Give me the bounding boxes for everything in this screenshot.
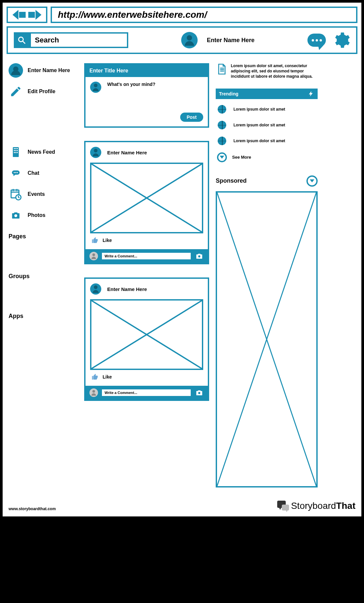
back-arrow-icon[interactable] — [12, 10, 26, 20]
avatar-icon — [9, 63, 23, 78]
sponsored-label: Sponsored — [216, 177, 247, 184]
brand-logo: StoryboardThat — [277, 501, 355, 511]
svg-rect-7 — [15, 150, 16, 151]
camera-icon[interactable] — [195, 252, 204, 260]
thumbs-up-icon — [91, 373, 99, 380]
comment-avatar-icon — [89, 252, 98, 260]
messages-icon[interactable] — [307, 34, 326, 47]
like-button[interactable]: Like — [90, 233, 203, 247]
nav-label: News Feed — [28, 149, 55, 155]
nav-arrows — [7, 7, 47, 23]
url-bar[interactable]: http://www.enterwebsitehere.com/ — [51, 7, 357, 23]
see-more-label: See More — [232, 155, 251, 160]
svg-point-24 — [14, 214, 17, 217]
svg-point-14 — [14, 172, 15, 173]
camera-icon — [9, 208, 23, 223]
svg-point-15 — [15, 172, 16, 173]
comment-bar: Write a Comment... — [85, 386, 208, 400]
calendar-clock-icon — [9, 187, 23, 201]
svg-point-0 — [19, 37, 23, 42]
sidebar-section-apps[interactable]: Apps — [9, 313, 78, 320]
post-author-name: Enter Name Here — [107, 286, 147, 292]
caret-down-icon — [217, 152, 227, 162]
nav-label: Photos — [28, 212, 45, 218]
like-button[interactable]: Like — [90, 370, 203, 384]
comment-input[interactable]: Write a Comment... — [102, 389, 191, 396]
thumbs-up-icon — [91, 237, 99, 244]
settings-gear-icon[interactable] — [332, 31, 350, 49]
globe-icon — [218, 137, 226, 145]
svg-rect-4 — [15, 148, 16, 149]
header-bar: Search Enter Name Here — [7, 26, 357, 54]
trending-header: Trending — [216, 89, 318, 99]
news-text: Lorem ipsum dolor sit amet, consectetur … — [231, 63, 318, 79]
sponsored-image-placeholder — [216, 191, 318, 487]
header-avatar-icon[interactable] — [181, 32, 198, 48]
sidebar-profile-name: Enter Name Here — [28, 67, 70, 73]
svg-rect-3 — [14, 148, 15, 149]
comment-avatar-icon — [89, 388, 98, 397]
header-username: Enter Name Here — [207, 37, 255, 44]
pencil-icon — [9, 84, 23, 99]
svg-rect-10 — [15, 152, 16, 153]
svg-line-23 — [18, 197, 19, 198]
trend-text: Lorem ipsum dolor sit amet — [233, 123, 285, 127]
comment-bar: Write a Comment... — [85, 249, 208, 263]
forward-arrow-icon[interactable] — [28, 10, 41, 20]
like-label: Like — [103, 374, 112, 380]
avatar-icon — [90, 147, 101, 158]
compose-prompt[interactable]: What's on your mind? — [107, 82, 155, 87]
comment-input[interactable]: Write a Comment... — [102, 253, 191, 259]
right-sidebar: Lorem ipsum dolor sit amet, consectetur … — [216, 63, 318, 487]
feed-column: Enter Title Here What's on your mind? Po… — [84, 63, 209, 487]
sidebar-item-newsfeed[interactable]: News Feed — [9, 145, 78, 159]
globe-icon — [218, 105, 226, 114]
svg-point-27 — [198, 255, 200, 257]
compose-avatar-icon — [90, 82, 101, 93]
chat-dots-icon — [9, 166, 23, 180]
trend-text: Lorem ipsum dolor sit amet — [233, 107, 285, 112]
browser-frame: http://www.enterwebsitehere.com/ Search … — [0, 0, 364, 519]
post-author-row[interactable]: Enter Name Here — [90, 283, 203, 295]
sidebar-item-photos[interactable]: Photos — [9, 208, 78, 223]
svg-point-30 — [198, 392, 200, 394]
post-button[interactable]: Post — [180, 113, 203, 122]
speech-bubbles-icon — [277, 501, 289, 511]
lightning-icon — [308, 91, 314, 97]
sidebar-section-groups[interactable]: Groups — [9, 273, 78, 280]
trending-item[interactable]: Lorem ipsum dolor sit amet — [216, 121, 318, 129]
svg-rect-6 — [14, 150, 15, 151]
sidebar-item-chat[interactable]: Chat — [9, 166, 78, 180]
trending-label: Trending — [219, 91, 238, 96]
trending-item[interactable]: Lorem ipsum dolor sit amet — [216, 137, 318, 145]
sidebar-item-events[interactable]: Events — [9, 187, 78, 201]
trending-item[interactable]: Lorem ipsum dolor sit amet — [216, 105, 318, 114]
building-icon — [9, 145, 23, 159]
camera-icon[interactable] — [195, 389, 204, 397]
feed-post: Enter Name Here Like Write a Comment... — [84, 141, 209, 264]
url-row: http://www.enterwebsitehere.com/ — [7, 7, 357, 23]
post-author-row[interactable]: Enter Name Here — [90, 147, 203, 158]
sidebar-edit-label: Edit Profile — [28, 89, 55, 94]
see-more-button[interactable]: See More — [216, 152, 318, 162]
sidebar-edit-profile[interactable]: Edit Profile — [9, 84, 78, 99]
search-icon[interactable] — [14, 32, 30, 48]
sidebar-section-pages[interactable]: Pages — [9, 233, 78, 240]
image-placeholder — [90, 299, 203, 370]
trend-text: Lorem ipsum dolor sit amet — [233, 139, 285, 143]
footer-url: www.storyboardthat.com — [9, 507, 56, 511]
search-input[interactable]: Search — [30, 32, 128, 48]
svg-rect-5 — [17, 148, 18, 149]
sidebar-profile[interactable]: Enter Name Here — [9, 63, 78, 78]
news-block: Lorem ipsum dolor sit amet, consectetur … — [216, 63, 318, 79]
footer: www.storyboardthat.com StoryboardThat — [7, 497, 357, 512]
nav-label: Events — [28, 191, 45, 197]
image-placeholder — [90, 163, 203, 233]
svg-rect-8 — [17, 150, 18, 151]
search-container: Search — [14, 32, 128, 48]
svg-rect-11 — [17, 152, 18, 153]
nav-label: Chat — [28, 170, 39, 176]
compose-panel: Enter Title Here What's on your mind? Po… — [84, 63, 209, 128]
svg-marker-13 — [13, 174, 16, 176]
caret-down-icon[interactable] — [306, 175, 318, 187]
